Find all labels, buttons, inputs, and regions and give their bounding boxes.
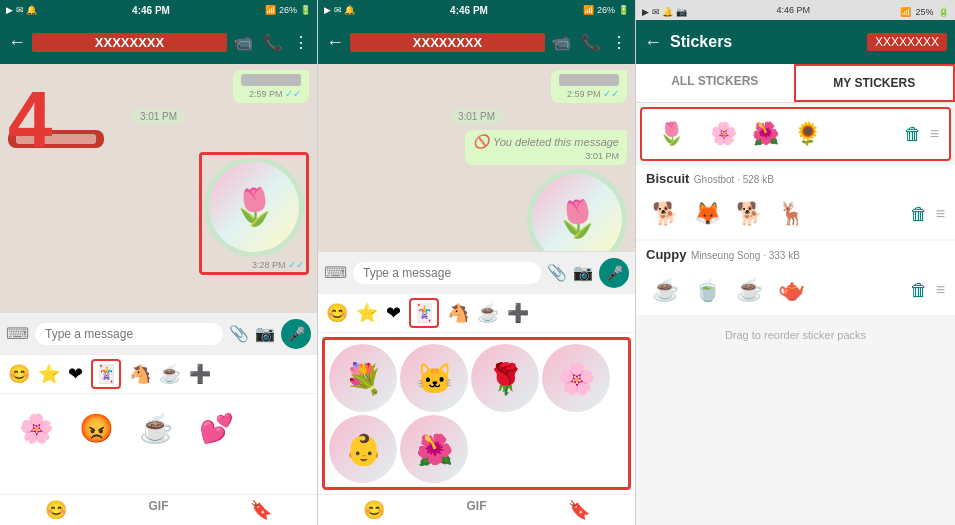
p2-footer-gif[interactable]: GIF — [466, 499, 486, 521]
p2-grid-sticker-5[interactable]: 👶 — [329, 415, 397, 483]
sm-pack-3-wrapper: Cuppy Minseung Song · 333 kB ☕ 🍵 ☕ 🫖 🗑 ≡ — [636, 241, 955, 315]
sm-pack-stickers-3: ☕ 🍵 ☕ 🫖 — [646, 271, 910, 309]
back-button-1[interactable]: ← — [8, 32, 26, 53]
sticker-msg-1: 🌷 3:28 PM ✓✓ — [199, 152, 309, 275]
tab-all-stickers[interactable]: ALL STICKERS — [636, 64, 794, 102]
contact-name-1[interactable]: XXXXXXXX — [32, 33, 227, 52]
sm-sticker-1-1: 🌷 — [652, 115, 690, 153]
p2-cup-tab[interactable]: ☕ — [477, 302, 499, 324]
sm-pack-2-wrapper: Biscuit Ghostbot · 528 kB 🐕 🦊 🐕 🦌 🗑 ≡ — [636, 165, 955, 239]
p2-video-icon[interactable]: 📹 — [551, 33, 571, 52]
p2-more-icon[interactable]: ⋮ — [611, 33, 627, 52]
sm-pack-actions-2: 🗑 ≡ — [910, 204, 945, 225]
camera-icon-1[interactable]: 📷 — [255, 324, 275, 343]
message-input-2[interactable] — [353, 262, 541, 284]
delete-pack-2[interactable]: 🗑 — [910, 204, 928, 225]
p2-sticker-image: 🌷 — [527, 169, 627, 251]
p2-grid-sticker-2[interactable]: 🐱 — [400, 344, 468, 412]
sticker-tab-active[interactable]: 🃏 — [91, 359, 121, 389]
sticker-angry-cup[interactable]: 😡 — [68, 400, 124, 456]
panel-1: ▶ ✉ 🔔 4:46 PM 📶 26% 🔋 ← XXXXXXXX 📹 📞 ⋮ 2… — [0, 0, 318, 525]
delete-pack-3[interactable]: 🗑 — [910, 280, 928, 301]
sticker-coffee[interactable]: ☕ — [128, 400, 184, 456]
deleted-msg-content: 🚫 You deleted this message — [473, 134, 619, 149]
sm-pack-row-1: 🌷 🌸 🌺 🌻 🗑 ≡ — [640, 107, 951, 161]
p2-grid-sticker-6[interactable]: 🌺 — [400, 415, 468, 483]
cup-tab[interactable]: ☕ — [159, 363, 181, 385]
star-tab[interactable]: ⭐ — [38, 363, 60, 385]
tick-icon-2: ✓✓ — [288, 259, 304, 270]
deleted-msg-text: You deleted this message — [493, 136, 619, 148]
tab-my-stickers[interactable]: MY STICKERS — [794, 64, 956, 102]
delete-pack-1[interactable]: 🗑 — [904, 124, 922, 145]
back-button-2[interactable]: ← — [326, 32, 344, 53]
sm-notif-icons: ▶ ✉ 🔔 📷 — [642, 7, 687, 17]
sm-sticker-1-4: 🌻 — [788, 115, 826, 153]
contact-name-2[interactable]: XXXXXXXX — [350, 33, 545, 52]
sticker-tray-tabs-1: 😊 ⭐ ❤ 🃏 🐴 ☕ ➕ — [0, 355, 317, 394]
sm-sticker-2-4: 🦌 — [772, 195, 810, 233]
footer-sticker-icon[interactable]: 🔖 — [250, 499, 272, 521]
mic-button-1[interactable]: 🎤 — [281, 319, 311, 349]
sm-back-button[interactable]: ← — [644, 32, 662, 53]
p2-heart-tab[interactable]: ❤ — [386, 302, 401, 324]
p2-grid-sticker-4[interactable]: 🌸 — [542, 344, 610, 412]
sticker-flower[interactable]: 🌸 — [8, 400, 64, 456]
emoji-tab[interactable]: 😊 — [8, 363, 30, 385]
toolbar-icons-2: 📹 📞 ⋮ — [551, 33, 627, 52]
sticker-hearts-cup[interactable]: 💕 — [188, 400, 244, 456]
sm-battery-pct: 25% — [916, 7, 934, 17]
add-tab[interactable]: ➕ — [189, 363, 211, 385]
sm-title: Stickers — [670, 33, 859, 51]
step-number-4: 4 — [8, 80, 53, 160]
reorder-pack-1[interactable]: ≡ — [930, 125, 939, 143]
p2-grid-sticker-1[interactable]: 💐 — [329, 344, 397, 412]
drag-hint: Drag to reorder sticker packs — [636, 317, 955, 353]
p2-camera-icon[interactable]: 📷 — [573, 263, 593, 282]
p2-horse-tab[interactable]: 🐴 — [447, 302, 469, 324]
p2-emoji-tab[interactable]: 😊 — [326, 302, 348, 324]
message-input-1[interactable] — [35, 323, 223, 345]
panel-2: ▶ ✉ 🔔 4:46 PM 📶 26% 🔋 ← XXXXXXXX 📹 📞 ⋮ 2… — [318, 0, 636, 525]
sm-status-right: 📶 25% 🔋 — [900, 1, 949, 19]
horse-tab[interactable]: 🐴 — [129, 363, 151, 385]
input-bar-2: ⌨ 📎 📷 🎤 — [318, 251, 635, 293]
p2-sticker-tab[interactable]: 🃏 — [409, 298, 439, 328]
p2-call-icon[interactable]: 📞 — [581, 33, 601, 52]
p2-star-tab[interactable]: ⭐ — [356, 302, 378, 324]
sm-battery: 🔋 — [938, 7, 949, 17]
reorder-pack-2[interactable]: ≡ — [936, 205, 945, 223]
p2-attach-icon[interactable]: 📎 — [547, 263, 567, 282]
sm-pack-actions-1: 🗑 ≡ — [904, 124, 939, 145]
reorder-pack-3[interactable]: ≡ — [936, 281, 945, 299]
msg-content-blurred — [241, 74, 301, 86]
voice-call-icon[interactable]: 📞 — [263, 33, 283, 52]
p2-msg-blurred — [559, 74, 619, 86]
keyboard-icon-1[interactable]: ⌨ — [6, 324, 29, 343]
status-time: 4:46 PM — [132, 5, 170, 16]
p2-add-tab[interactable]: ➕ — [507, 302, 529, 324]
video-call-icon[interactable]: 📹 — [233, 33, 253, 52]
ban-icon: 🚫 — [473, 134, 489, 149]
mic-button-2[interactable]: 🎤 — [599, 258, 629, 288]
p2-grid-sticker-3[interactable]: 🌹 — [471, 344, 539, 412]
footer-emoji-icon[interactable]: 😊 — [45, 499, 67, 521]
p2-footer-sticker[interactable]: 🔖 — [568, 499, 590, 521]
sm-pack-row-3: ☕ 🍵 ☕ 🫖 🗑 ≡ — [636, 265, 955, 315]
p2-tick: ✓✓ — [603, 88, 619, 99]
sticker-tray-tabs-2: 😊 ⭐ ❤ 🃏 🐴 ☕ ➕ — [318, 294, 635, 333]
p2-footer-emoji[interactable]: 😊 — [363, 499, 385, 521]
heart-tab[interactable]: ❤ — [68, 363, 83, 385]
sm-sticker-2-2: 🦊 — [688, 195, 726, 233]
toolbar-2: ← XXXXXXXX 📹 📞 ⋮ — [318, 20, 635, 64]
sticker-tray-content-1: 🌸 😡 ☕ 💕 — [0, 394, 317, 494]
p2-keyboard-icon[interactable]: ⌨ — [324, 263, 347, 282]
sm-tabs: ALL STICKERS MY STICKERS — [636, 64, 955, 103]
chat-area-2: 2:59 PM ✓✓ 3:01 PM 🚫 You deleted this me… — [318, 64, 635, 251]
p2-sticker-grid: 💐 🐱 🌹 🌸 👶 🌺 — [322, 337, 631, 490]
attach-icon-1[interactable]: 📎 — [229, 324, 249, 343]
sticker-highlight-box: 🌷 3:28 PM ✓✓ — [199, 152, 309, 275]
sticker-tray-2: 😊 ⭐ ❤ 🃏 🐴 ☕ ➕ 💐 🐱 🌹 🌸 👶 🌺 😊 GIF 🔖 — [318, 293, 635, 525]
more-options-icon[interactable]: ⋮ — [293, 33, 309, 52]
footer-gif-icon[interactable]: GIF — [148, 499, 168, 521]
